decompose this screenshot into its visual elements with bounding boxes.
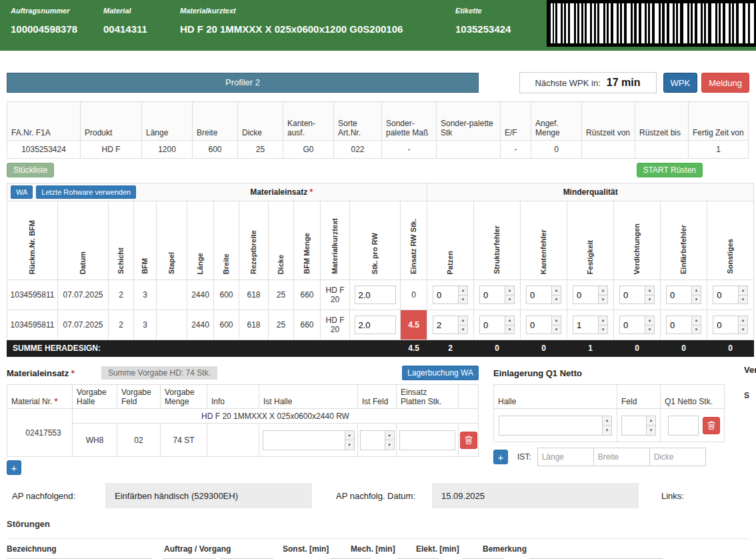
- sonstiges-input-r2[interactable]: [713, 316, 738, 334]
- halle-select[interactable]: [499, 416, 612, 436]
- stepper-arrows-icon[interactable]: [598, 286, 607, 304]
- cell-patzen: [427, 310, 474, 340]
- order-data-row: 1035253424 HD F 1200 600 25 G0 022 - - 0…: [7, 141, 749, 159]
- festigkeit-stepper-r1[interactable]: [573, 286, 608, 304]
- strukturfehler-input-r1[interactable]: [480, 286, 505, 304]
- delete-einlagerung-row-button[interactable]: [703, 417, 720, 434]
- einsatz-platten-input[interactable]: [399, 430, 455, 450]
- stepper-up-icon[interactable]: [739, 286, 747, 296]
- stepper-arrows-icon[interactable]: [505, 286, 514, 304]
- stepper-down-icon[interactable]: [739, 296, 747, 304]
- stepper-arrows-icon[interactable]: [691, 316, 701, 334]
- kantenfehler-input-r1[interactable]: [527, 286, 551, 304]
- vcol-stk-pro-rw: Stk. pro RW: [350, 201, 401, 280]
- stepper-up-icon[interactable]: [739, 316, 747, 326]
- stepper-arrows-icon[interactable]: [738, 316, 747, 334]
- festigkeit-input-r2[interactable]: [573, 316, 598, 334]
- start-ruesten-button[interactable]: START Rüsten: [637, 163, 703, 177]
- sonstiges-stepper-r1[interactable]: [713, 286, 748, 304]
- stepper-up-icon[interactable]: [505, 316, 514, 326]
- stepper-up-icon[interactable]: [459, 316, 467, 326]
- ist-breite-input[interactable]: [593, 448, 650, 466]
- ist-halle-select[interactable]: [263, 430, 355, 450]
- stepper-up-icon[interactable]: [692, 316, 701, 326]
- stepper-down-icon[interactable]: [739, 326, 747, 334]
- patzen-input-r1[interactable]: [433, 286, 458, 304]
- ist-feld-select[interactable]: [360, 430, 395, 450]
- stepper-down-icon[interactable]: [552, 296, 561, 304]
- stueckliste-button[interactable]: Stückliste: [7, 163, 54, 177]
- patzen-input-r2[interactable]: [433, 316, 458, 334]
- stepper-arrows-icon[interactable]: [458, 286, 467, 304]
- stepper-down-icon[interactable]: [599, 296, 607, 304]
- stepper-arrows-icon[interactable]: [645, 316, 654, 334]
- strukturfehler-stepper-r2[interactable]: [479, 316, 515, 334]
- stepper-down-icon[interactable]: [692, 296, 701, 304]
- wpk-button[interactable]: WPK: [663, 73, 698, 93]
- stepper-arrows-icon[interactable]: [551, 316, 561, 334]
- stk-pro-rw-input-r2[interactable]: [355, 316, 396, 334]
- stk-pro-rw-input-r1[interactable]: [355, 286, 396, 304]
- stepper-arrows-icon[interactable]: [738, 286, 747, 304]
- stepper-down-icon[interactable]: [692, 326, 701, 334]
- stepper-down-icon[interactable]: [505, 326, 514, 334]
- stepper-down-icon[interactable]: [552, 326, 561, 334]
- stepper-arrows-icon[interactable]: [458, 316, 467, 334]
- strukturfehler-input-r2[interactable]: [480, 316, 505, 334]
- stepper-arrows-icon[interactable]: [551, 286, 561, 304]
- cell-rezeptbreite: 618: [239, 310, 269, 340]
- ist-dicke-input[interactable]: [649, 448, 706, 466]
- verdichtungen-stepper-r1[interactable]: [619, 286, 655, 304]
- verdichtungen-input-r2[interactable]: [620, 316, 645, 334]
- meldung-button[interactable]: Meldung: [701, 73, 749, 93]
- stepper-up-icon[interactable]: [645, 316, 654, 326]
- add-einlagerung-row-button[interactable]: +: [493, 450, 508, 464]
- einfaerbefehler-input-r2[interactable]: [667, 316, 691, 334]
- stepper-arrows-icon[interactable]: [598, 316, 607, 334]
- stepper-arrows-icon[interactable]: [645, 286, 654, 304]
- einfaerbefehler-input-r1[interactable]: [667, 286, 691, 304]
- stepper-arrows-icon[interactable]: [691, 286, 701, 304]
- cell-halle: [494, 409, 617, 442]
- verdichtungen-stepper-r2[interactable]: [619, 316, 655, 334]
- kantenfehler-stepper-r1[interactable]: [526, 286, 561, 304]
- stepper-up-icon[interactable]: [552, 316, 561, 326]
- stepper-down-icon[interactable]: [459, 326, 467, 334]
- festigkeit-input-r1[interactable]: [573, 286, 598, 304]
- kantenfehler-stepper-r2[interactable]: [526, 316, 561, 334]
- sonstiges-stepper-r2[interactable]: [713, 316, 748, 334]
- stepper-down-icon[interactable]: [505, 296, 514, 304]
- kantenfehler-input-r2[interactable]: [527, 316, 551, 334]
- feld-select[interactable]: [621, 416, 656, 436]
- einfaerbefehler-stepper-r1[interactable]: [666, 286, 701, 304]
- stepper-down-icon[interactable]: [645, 296, 654, 304]
- stepper-down-icon[interactable]: [645, 326, 654, 334]
- stepper-down-icon[interactable]: [459, 296, 467, 304]
- festigkeit-stepper-r2[interactable]: [573, 316, 608, 334]
- verdichtungen-input-r1[interactable]: [620, 286, 645, 304]
- q1-netto-input[interactable]: [668, 416, 699, 436]
- lagerbuchung-wa-button[interactable]: Lagerbuchung WA: [402, 366, 479, 380]
- sonstiges-input-r1[interactable]: [713, 286, 738, 304]
- wa-button[interactable]: WA: [11, 185, 33, 199]
- ist-laenge-input[interactable]: [537, 448, 594, 466]
- stepper-up-icon[interactable]: [599, 316, 607, 326]
- stepper-up-icon[interactable]: [459, 286, 467, 296]
- stepper-up-icon[interactable]: [505, 286, 514, 296]
- stepper-arrows-icon[interactable]: [505, 316, 514, 334]
- stepper-up-icon[interactable]: [692, 286, 701, 296]
- order-col-ruestzeit-von: Rüstzeit von: [582, 102, 635, 141]
- stepper-up-icon[interactable]: [552, 286, 561, 296]
- action-strip: Stückliste START Rüsten: [7, 163, 749, 177]
- patzen-stepper-r2[interactable]: [433, 316, 468, 334]
- einfaerbefehler-stepper-r2[interactable]: [666, 316, 701, 334]
- letzte-rohware-button[interactable]: Letzte Rohware verwenden: [36, 185, 136, 199]
- stepper-down-icon[interactable]: [599, 326, 607, 334]
- strukturfehler-stepper-r1[interactable]: [479, 286, 515, 304]
- stepper-up-icon[interactable]: [599, 286, 607, 296]
- order-col-sonderpalette-stk: Sonder-palette Stk: [437, 102, 501, 141]
- delete-material-row-button[interactable]: [460, 432, 477, 449]
- add-material-row-button[interactable]: +: [7, 460, 21, 475]
- patzen-stepper-r1[interactable]: [433, 286, 468, 304]
- stepper-up-icon[interactable]: [645, 286, 654, 296]
